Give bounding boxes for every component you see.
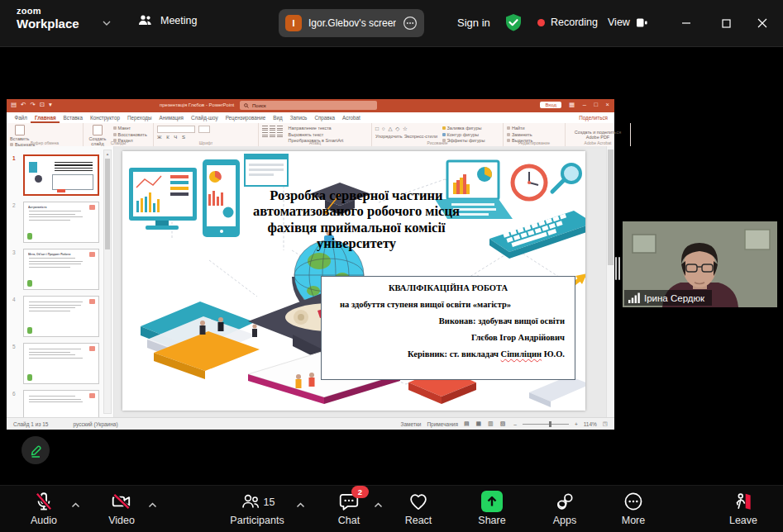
indent-icon[interactable] xyxy=(277,126,283,131)
redo-icon[interactable]: ↷ xyxy=(30,101,35,108)
view-label: View xyxy=(608,17,630,28)
qat-dropdown-icon[interactable]: ▾ xyxy=(49,101,52,108)
ppt-tab-help[interactable]: Справка xyxy=(311,112,339,123)
chat-options-chevron[interactable] xyxy=(374,502,383,508)
slide-thumbnail-3[interactable]: 3 Мета, Об'єкт і Предмет Роботи xyxy=(23,249,101,290)
fit-slide-icon[interactable]: ◳ xyxy=(603,420,608,427)
video-button[interactable]: Video xyxy=(98,491,146,526)
ppt-tab-transitions[interactable]: Переходы xyxy=(123,112,155,123)
ppt-tab-animations[interactable]: Анимация xyxy=(155,112,188,123)
close-button[interactable] xyxy=(751,12,774,35)
font-size-select[interactable] xyxy=(198,126,210,133)
security-shield-icon[interactable] xyxy=(504,13,523,32)
apps-button[interactable]: Apps xyxy=(544,491,585,526)
create-pdf-button[interactable]: Создать и поделиться Adobe PDF xyxy=(573,125,623,140)
replace-button[interactable]: Заменить xyxy=(507,132,532,137)
layout-button[interactable]: Макет xyxy=(113,126,147,131)
quick-styles-button[interactable]: Экспресс-стили xyxy=(404,134,437,139)
tab-meeting[interactable]: Meeting xyxy=(137,14,197,27)
language-indicator[interactable]: русский (Украина) xyxy=(73,421,117,427)
ppt-tab-acrobat[interactable]: Acrobat xyxy=(339,112,365,123)
paste-button[interactable]: Вставить xyxy=(10,125,29,141)
ellipsis-icon[interactable] xyxy=(403,16,418,31)
ppt-search-box[interactable]: Поиск xyxy=(240,101,377,110)
shapes-gallery[interactable]: □ ○ △ ◇ ☆ xyxy=(375,126,437,132)
screen-share-banner[interactable]: I Igor.Glebov's screen xyxy=(279,9,424,37)
view-button[interactable]: View xyxy=(608,17,647,28)
leave-button[interactable]: Leave xyxy=(721,491,766,526)
slide-scrollbar[interactable] xyxy=(606,146,614,417)
audio-options-chevron[interactable] xyxy=(71,502,80,508)
ppt-tab-insert[interactable]: Вставка xyxy=(60,112,86,123)
react-button[interactable]: React xyxy=(397,491,440,526)
annotate-button[interactable] xyxy=(21,436,50,464)
align-left-icon[interactable] xyxy=(262,132,268,137)
ribbon-group-editing: Найти Заменить Выделить Редактирование xyxy=(504,123,566,146)
find-button[interactable]: Найти xyxy=(507,126,532,131)
audio-signal-icon xyxy=(628,292,640,303)
slide-thumbnail-panel: 1 2 Актуальність 3 Мета, О xyxy=(7,146,114,417)
align-right-icon[interactable] xyxy=(277,132,283,137)
minimize-button[interactable] xyxy=(675,12,698,35)
video-options-chevron[interactable] xyxy=(148,502,157,508)
scrollbar-thumb[interactable] xyxy=(105,159,110,249)
ppt-login-button[interactable]: Вход xyxy=(540,102,561,108)
comments-button[interactable]: Примечания xyxy=(427,421,458,427)
zoom-slider[interactable] xyxy=(523,424,569,425)
participants-options-chevron[interactable] xyxy=(296,502,305,508)
save-icon[interactable]: ▤ xyxy=(11,101,17,108)
scroll-up-icon[interactable]: ▴ xyxy=(104,150,111,157)
ppt-close-icon[interactable]: × xyxy=(606,101,609,108)
font-name-select[interactable] xyxy=(157,126,195,133)
ppt-tab-record[interactable]: Запись xyxy=(286,112,311,123)
ppt-restore-icon[interactable]: □ xyxy=(594,101,598,108)
more-button[interactable]: More xyxy=(612,491,655,526)
meeting-people-icon xyxy=(137,14,154,27)
ribbon-options-icon[interactable]: ▦ xyxy=(569,101,575,108)
ppt-tab-view[interactable]: Вид xyxy=(270,112,286,123)
zoom-out-icon[interactable]: – xyxy=(513,421,517,427)
replace-icon xyxy=(507,133,510,136)
slide-thumbnail-5[interactable]: 5 xyxy=(23,343,101,384)
thumbnail-scrollbar[interactable]: ▴ xyxy=(103,150,112,414)
audio-button[interactable]: Audio xyxy=(20,491,68,526)
bullets-icon[interactable] xyxy=(262,126,268,131)
view-mode-icons[interactable]: ▤ ▦ ▥ ▧ xyxy=(464,420,508,427)
participant-name: Ірина Сердюк xyxy=(644,293,704,303)
ppt-share-button[interactable]: Поделиться xyxy=(579,112,608,123)
video-drag-handle[interactable] xyxy=(615,257,622,280)
text-direction-button[interactable]: Направление текста xyxy=(289,126,344,131)
zoom-in-icon[interactable]: + xyxy=(575,421,578,427)
shape-outline-button[interactable]: Контур фигуры xyxy=(442,132,485,137)
notes-button[interactable]: Заметки xyxy=(401,421,422,427)
ppt-tab-slideshow[interactable]: Слайд-шоу xyxy=(188,112,222,123)
align-text-button[interactable]: Выровнять текст xyxy=(289,132,344,137)
numbering-icon[interactable] xyxy=(270,126,275,131)
ppt-minimize-icon[interactable]: – xyxy=(583,101,586,108)
slide-thumbnail-1[interactable]: 1 xyxy=(23,154,101,196)
chat-button[interactable]: 2 Chat xyxy=(327,491,370,526)
undo-icon[interactable]: ↶ xyxy=(21,101,26,108)
leave-label: Leave xyxy=(729,515,757,526)
slide-thumbnail-4[interactable]: 4 xyxy=(23,296,101,337)
chevron-down-icon[interactable] xyxy=(103,21,111,26)
participant-video-tile[interactable]: Ірина Сердюк xyxy=(623,221,777,307)
align-center-icon[interactable] xyxy=(270,132,275,137)
shape-fill-button[interactable]: Заливка фигуры xyxy=(442,126,485,131)
slide-thumbnail-2[interactable]: 2 Актуальність xyxy=(23,202,101,243)
share-screen-button[interactable]: Share xyxy=(470,491,514,526)
zoom-level[interactable]: 114% xyxy=(584,421,597,427)
ppt-tab-design[interactable]: Конструктор xyxy=(87,112,124,123)
arrange-button[interactable]: Упорядочить xyxy=(375,134,403,139)
present-icon[interactable]: ⊡ xyxy=(40,101,45,108)
participants-button[interactable]: 15 Participants xyxy=(222,491,293,526)
reset-button[interactable]: Восстановить xyxy=(113,132,147,137)
ppt-tab-review[interactable]: Рецензирование xyxy=(222,112,270,123)
ppt-ribbon: Вставить Вырезать Копировать Формат по о… xyxy=(7,123,614,147)
font-style-buttons[interactable]: Ж К Ч S xyxy=(157,135,255,140)
slide-thumbnail-6[interactable]: 6 xyxy=(23,390,101,417)
sign-in-button[interactable]: Sign in xyxy=(457,17,490,29)
ppt-tab-file[interactable]: Файл xyxy=(11,112,31,123)
maximize-button[interactable] xyxy=(714,12,738,35)
ppt-tab-home[interactable]: Главная xyxy=(31,112,60,123)
